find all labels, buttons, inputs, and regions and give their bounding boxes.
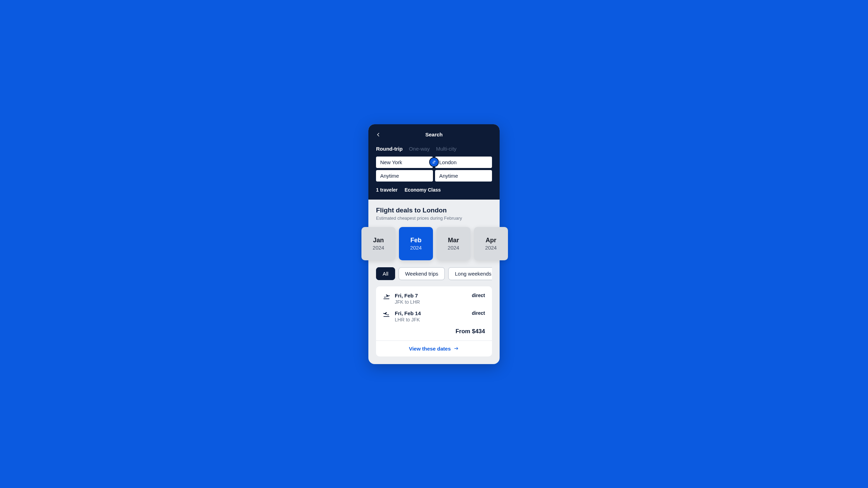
filter-weekend-trips[interactable]: Weekend trips <box>399 267 445 280</box>
header-top: Search <box>376 131 492 139</box>
outbound-type: direct <box>472 293 485 298</box>
month-year: 2024 <box>448 245 459 251</box>
outbound-route: JFK to LHR <box>395 299 468 305</box>
outbound-main: Fri, Feb 7 JFK to LHR <box>395 293 468 305</box>
month-apr[interactable]: Apr 2024 <box>474 227 508 260</box>
deals-title: Flight deals to London <box>376 207 492 214</box>
month-name: Jan <box>373 237 384 244</box>
month-name: Mar <box>448 237 459 244</box>
inbound-leg: Fri, Feb 14 LHR to JFK direct <box>383 310 485 322</box>
chevron-left-icon <box>376 132 381 137</box>
travelers-button[interactable]: 1 traveler <box>376 187 398 193</box>
view-dates-button[interactable]: View these dates <box>376 340 492 356</box>
filter-row: All Weekend trips Long weekends <box>376 267 492 280</box>
month-feb[interactable]: Feb 2024 <box>399 227 433 260</box>
options-row: 1 traveler Economy Class <box>376 187 492 193</box>
month-year: 2024 <box>373 245 384 251</box>
plane-return-icon <box>383 311 391 318</box>
month-name: Apr <box>486 237 496 244</box>
month-selector: Jan 2024 Feb 2024 Mar 2024 Apr 2024 <box>361 227 507 260</box>
arrow-right-icon <box>453 346 459 351</box>
inbound-route: LHR to JFK <box>395 317 468 322</box>
page-title: Search <box>425 132 443 137</box>
month-mar[interactable]: Mar 2024 <box>436 227 470 260</box>
deals-subtitle: Estimated cheapest prices during Februar… <box>376 216 492 221</box>
cabin-class-button[interactable]: Economy Class <box>404 187 441 193</box>
inbound-type: direct <box>472 310 485 316</box>
back-button[interactable] <box>376 131 384 139</box>
content: Flight deals to London Estimated cheapes… <box>368 200 500 364</box>
month-year: 2024 <box>410 245 422 251</box>
month-year: 2024 <box>485 245 496 251</box>
swap-button[interactable] <box>429 157 439 167</box>
search-screen: Search Round-trip One-way Multi-city New… <box>368 124 500 364</box>
search-header: Search Round-trip One-way Multi-city New… <box>368 124 500 200</box>
outbound-date: Fri, Feb 7 <box>395 293 468 298</box>
deal-price: From $434 <box>383 328 485 335</box>
swap-icon <box>432 160 436 165</box>
month-name: Feb <box>410 237 422 244</box>
inbound-main: Fri, Feb 14 LHR to JFK <box>395 310 468 322</box>
deal-card-body: Fri, Feb 7 JFK to LHR direct Fri, Feb 14… <box>376 286 492 340</box>
date-row: Anytime Anytime <box>376 170 492 182</box>
city-row: New York London <box>376 157 492 168</box>
month-jan[interactable]: Jan 2024 <box>361 227 395 260</box>
trip-type-tabs: Round-trip One-way Multi-city <box>376 146 492 152</box>
deal-card[interactable]: Fri, Feb 7 JFK to LHR direct Fri, Feb 14… <box>376 286 492 356</box>
tab-multi-city[interactable]: Multi-city <box>436 146 457 152</box>
outbound-leg: Fri, Feb 7 JFK to LHR direct <box>383 293 485 305</box>
plane-depart-icon <box>383 293 391 300</box>
origin-field[interactable]: New York <box>376 157 433 168</box>
tab-one-way[interactable]: One-way <box>409 146 430 152</box>
depart-date-field[interactable]: Anytime <box>376 170 433 182</box>
filter-all[interactable]: All <box>376 267 395 280</box>
destination-field[interactable]: London <box>435 157 492 168</box>
filter-long-weekends[interactable]: Long weekends <box>448 267 492 280</box>
tab-round-trip[interactable]: Round-trip <box>376 146 403 152</box>
return-date-field[interactable]: Anytime <box>435 170 492 182</box>
view-dates-label: View these dates <box>409 346 451 352</box>
inbound-date: Fri, Feb 14 <box>395 310 468 316</box>
